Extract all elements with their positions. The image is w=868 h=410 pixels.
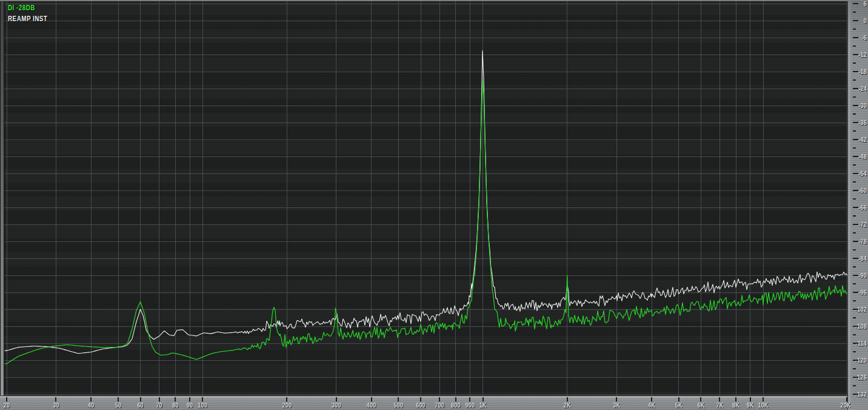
freq-tick-label: 1K <box>479 402 487 409</box>
freq-tick-label: 6K <box>697 402 704 409</box>
db-tick-label: -18 <box>858 68 867 75</box>
db-tick-label: 6 <box>864 0 867 7</box>
freq-tick-label: 8K <box>732 402 739 409</box>
freq-tick-label: 9K <box>747 402 754 409</box>
freq-tick-label: 400 <box>367 402 376 409</box>
legend-reamp-label: REAMP INST <box>8 13 47 24</box>
freq-tick-label: 7K <box>716 402 723 409</box>
grid-lines <box>4 1 847 395</box>
spectrum-analyzer: 2020303040405050606070708080909010010020… <box>0 0 868 410</box>
freq-tick-label: 900 <box>466 402 475 409</box>
freq-tick-label: 4K <box>648 402 655 409</box>
freq-tick-label: 300 <box>332 402 341 409</box>
db-tick-label: -24 <box>858 85 867 92</box>
freq-tick-label: 2K <box>564 402 571 409</box>
db-tick-label: -42 <box>858 136 867 143</box>
db-tick-label: -6 <box>862 34 867 41</box>
db-tick-label: -120 <box>855 357 867 364</box>
freq-tick-label: 90 <box>187 402 193 409</box>
axis-labels: 2020303040405050606070708080909010010020… <box>4 0 867 409</box>
legend: DI -28DB REAMP INST <box>8 2 47 24</box>
db-tick-label: -12 <box>858 51 867 58</box>
freq-tick-label: 100 <box>198 402 207 409</box>
db-tick-label: -102 <box>855 306 867 313</box>
freq-tick-label: 5K <box>675 402 683 409</box>
freq-tick-label: 50 <box>115 402 121 409</box>
db-tick-label: -114 <box>856 340 867 347</box>
db-tick-label: -96 <box>858 289 867 296</box>
freq-tick-label: 700 <box>435 402 444 409</box>
db-tick-label: 0 <box>864 17 867 24</box>
freq-tick-label: 10K <box>758 402 768 409</box>
db-tick-label: -66 <box>858 204 867 211</box>
spectrum-plot: 2020303040405050606070708080909010010020… <box>0 0 868 410</box>
db-tick-label: -108 <box>855 323 867 330</box>
freq-tick-label: 600 <box>416 402 426 409</box>
db-tick-label: -30 <box>858 102 867 109</box>
freq-tick-label: 40 <box>88 402 94 409</box>
db-tick-label: -54 <box>858 170 867 177</box>
db-tick-label: -132 <box>855 391 867 398</box>
db-tick-label: -78 <box>858 238 867 245</box>
freq-tick-label: 30 <box>53 402 59 409</box>
axis-tick-marks <box>7 4 858 402</box>
db-tick-label: -126 <box>855 374 867 381</box>
freq-tick-label: 500 <box>394 402 404 409</box>
freq-tick-label: 20K <box>840 402 850 409</box>
freq-tick-label: 800 <box>451 402 461 409</box>
freq-tick-label: 80 <box>172 402 178 409</box>
db-tick-label: -48 <box>858 153 867 160</box>
freq-tick-label: 60 <box>137 402 143 409</box>
legend-di-label: DI -28DB <box>8 2 47 13</box>
freq-tick-label: 3K <box>613 402 620 409</box>
db-tick-label: -60 <box>858 187 867 194</box>
series-curve-reamp-inst <box>5 51 847 354</box>
db-tick-label: -84 <box>858 255 867 262</box>
db-tick-label: -72 <box>858 221 867 228</box>
freq-tick-label: 200 <box>282 402 292 409</box>
db-tick-label: -36 <box>858 119 867 126</box>
freq-tick-label: 70 <box>156 402 162 409</box>
db-tick-label: -90 <box>858 272 867 279</box>
freq-tick-label: 20 <box>4 402 10 409</box>
